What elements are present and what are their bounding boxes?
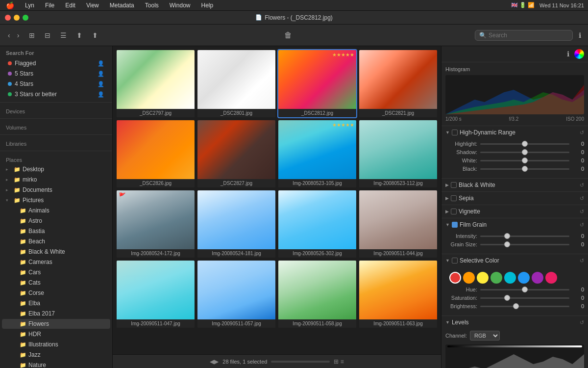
forward-button[interactable]: › [14,29,23,41]
minimize-button[interactable] [14,15,20,21]
sidebar-item-nature[interactable]: 📁 Nature [2,360,110,368]
slider-thumb[interactable] [522,158,528,163]
photo-cell-14[interactable]: Img-20090511-057.jpg [197,261,275,328]
slider-track[interactable] [480,152,569,153]
adj-header-hdr[interactable]: ▼ High-Dynamic Range ↺ [441,126,588,139]
slider-thumb[interactable] [522,166,528,172]
adj-checkbox-hdr[interactable] [452,130,458,135]
adj-header-bw[interactable]: ▶ Black & White ↺ [441,179,588,191]
color-swatch-0[interactable] [449,272,461,284]
sidebar-item-jazz[interactable]: 📁 Jazz [2,350,110,360]
adj-header-filmgrain[interactable]: ▼ Film Grain ↺ [441,218,588,231]
adj-reset[interactable]: ↺ [580,195,584,202]
adj-checkbox-bw[interactable] [451,182,457,188]
photo-cell-10[interactable]: Img-20080524-181.jpg [197,190,275,258]
back-button[interactable]: ‹ [5,29,13,41]
adjust-view-button[interactable]: ⊟ [42,29,53,41]
channel-select[interactable]: RGB Red Green Blue [470,331,500,341]
menu-lyn[interactable]: Lyn [23,1,36,10]
sidebar-item-corse[interactable]: 📁 Corse [2,288,110,298]
sidebar-item-astro[interactable]: 📁 Astro [2,216,110,226]
photo-cell-7[interactable]: ★★★★★ Img-20080523-105.jpg [278,120,356,187]
color-swatch-6[interactable] [532,272,543,284]
menu-file[interactable]: File [43,1,56,10]
sidebar-item-beach[interactable]: 📁 Beach [2,237,110,246]
color-swatch-4[interactable] [504,272,516,284]
photo-cell-5[interactable]: _DSC2826.jpg [117,120,195,187]
sidebar-item-cars[interactable]: 📁 Cars [2,267,110,277]
slider-thumb[interactable] [504,241,510,247]
adj-checkbox-vignette[interactable] [451,209,457,214]
slider-thumb[interactable] [522,287,528,292]
list-view-button[interactable]: ☰ [57,29,70,41]
sidebar-item-illustrations[interactable]: 📁 Illustrations [2,340,110,349]
photo-cell-8[interactable]: Img-20080523-112.jpg [359,120,437,187]
search-for-item-flagged[interactable]: Flagged 👤 [2,58,110,68]
sidebar-item-black-&-white[interactable]: 📁 Black & White [2,247,110,257]
apple-menu[interactable]: 🍎 [4,0,16,10]
photo-cell-16[interactable]: Img-20090511-063.jpg [359,261,437,328]
sidebar-item-pictures[interactable]: ▾ 📁 Pictures [2,195,110,205]
adj-reset[interactable]: ↺ [580,182,584,188]
menu-view[interactable]: View [84,1,101,10]
levels-header[interactable]: ▼ Levels ↺ [441,316,588,329]
info-button[interactable]: ℹ [577,29,583,41]
color-wheel-button[interactable] [574,49,584,59]
sidebar-item-elba[interactable]: 📁 Elba [2,298,110,308]
slider-thumb[interactable] [513,303,519,309]
sidebar-item-flowers[interactable]: 📁 Flowers [2,319,110,329]
search-for-item-5-stars[interactable]: 5 Stars 👤 [2,69,110,79]
share-button[interactable]: ⬆ [89,29,101,41]
menu-window[interactable]: Window [168,1,193,10]
grid-view-button[interactable]: ⊞ [26,29,38,41]
trash-icon[interactable]: 🗑 [284,31,292,40]
slider-track[interactable] [480,306,569,307]
slider-thumb[interactable] [504,233,510,239]
search-bar[interactable]: 🔍 [475,30,573,41]
photo-cell-2[interactable]: _DSC2801.jpg [197,50,275,117]
menu-metadata[interactable]: Metadata [108,1,136,10]
slider-track[interactable] [480,143,569,145]
photo-cell-13[interactable]: Img-20090511-047.jpg [117,261,195,328]
sidebar-item-documents[interactable]: ▸ 📁 Documents [2,185,110,195]
color-swatch-2[interactable] [477,272,489,284]
levels-reset[interactable]: ↺ [580,319,584,326]
photo-cell-12[interactable]: Img-20090511-044.jpg [359,190,437,258]
photo-cell-6[interactable]: _DSC2827.jpg [197,120,275,187]
sidebar-item-cameras[interactable]: 📁 Cameras [2,257,110,267]
adj-reset[interactable]: ↺ [580,209,584,215]
adj-header-sepia[interactable]: ▶ Sepia ↺ [441,192,588,205]
adj-reset[interactable]: ↺ [580,130,584,136]
slider-track[interactable] [480,236,569,237]
adj-checkbox-filmgrain[interactable] [452,222,458,228]
photo-cell-9[interactable]: 🚩 Img-20080524-172.jpg [117,190,195,258]
menu-help[interactable]: Help [199,1,215,10]
sidebar-item-desktop[interactable]: ▸ 📁 Desktop [2,164,110,174]
sidebar-item-hdr[interactable]: 📁 HDR [2,329,110,339]
sidebar-item-cats[interactable]: 📁 Cats [2,278,110,288]
slider-track[interactable] [480,168,569,170]
color-swatch-3[interactable] [490,272,502,284]
menu-edit[interactable]: Edit [63,1,77,10]
slider-thumb[interactable] [522,141,528,147]
sidebar-item-bastia[interactable]: 📁 Bastia [2,226,110,236]
search-for-item-4-stars[interactable]: 4 Stars 👤 [2,79,110,89]
menu-tools[interactable]: Tools [143,1,161,10]
close-button[interactable] [5,15,11,21]
slider-track[interactable] [480,244,569,245]
color-swatch-7[interactable] [545,272,557,284]
sidebar-item-animals[interactable]: 📁 Animals [2,206,110,215]
slider-track[interactable] [480,297,569,299]
slider-thumb[interactable] [522,149,528,155]
search-for-item-3-stars-or-better[interactable]: 3 Stars or better 👤 [2,89,110,99]
search-input[interactable] [489,32,568,39]
photo-cell-1[interactable]: _DSC2797.jpg [117,50,195,117]
slider-track[interactable] [480,160,569,161]
slider-thumb[interactable] [504,295,510,301]
color-swatch-5[interactable] [518,272,530,284]
adj-reset[interactable]: ↺ [580,222,584,228]
slider-track[interactable] [480,289,569,290]
photo-cell-15[interactable]: Img-20090511-058.jpg [278,261,356,328]
fullscreen-button[interactable] [23,15,28,21]
adj-header-selectivecolor[interactable]: ▼ Selective Color ↺ [441,254,588,267]
